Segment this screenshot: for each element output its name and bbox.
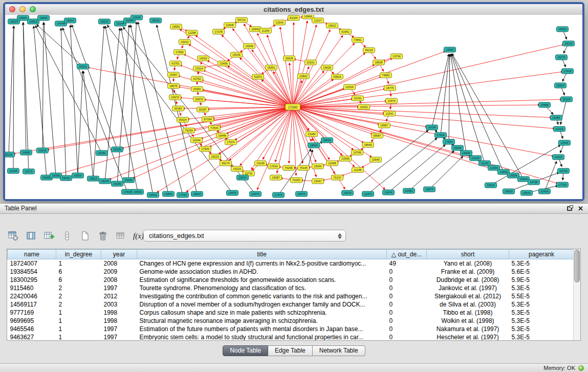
graph-node[interactable]: 19619 [485, 183, 497, 188]
graph-node[interactable]: 20673 [169, 95, 181, 100]
graph-node[interactable]: 99997 [371, 133, 383, 139]
graph-node[interactable]: 11254 [259, 28, 272, 34]
graph-node[interactable]: 18319 [554, 83, 567, 89]
graph-node[interactable]: 16274 [555, 55, 568, 60]
graph-node[interactable]: 42751 [169, 61, 182, 67]
graph-node[interactable]: 15047 [312, 179, 324, 184]
graph-node[interactable]: 10903 [72, 173, 84, 179]
graph-node[interactable]: 17634 [268, 164, 280, 169]
graph-node[interactable]: 18604 [191, 191, 203, 197]
graph-node[interactable]: 10549 [369, 157, 382, 163]
graph-node[interactable]: 16649 [243, 43, 255, 49]
graph-node[interactable]: 17278 [212, 29, 225, 35]
graph-node[interactable]: 26205 [111, 147, 123, 152]
graph-node[interactable]: 15674 [236, 175, 249, 181]
graph-node[interactable]: 19444 [37, 15, 50, 21]
graph-node[interactable]: 18508 [373, 60, 385, 65]
graph-node[interactable]: 76259 [282, 165, 295, 171]
column-header[interactable]: in_degree [56, 250, 101, 259]
window-titlebar[interactable]: citations_edges.txt [5, 4, 582, 15]
close-panel-icon[interactable]: ✕ [578, 205, 583, 212]
graph-node[interactable]: 72544 [208, 125, 221, 131]
graph-node[interactable]: 15087 [270, 175, 282, 181]
show-columns-button[interactable] [24, 230, 38, 243]
graph-node[interactable]: 13474 [382, 190, 395, 195]
graph-node[interactable]: 16448 [216, 133, 228, 139]
graph-node[interactable]: 20424 [130, 15, 143, 20]
graph-node[interactable]: 17240 [285, 104, 300, 111]
graph-node[interactable]: 19534 [308, 143, 320, 148]
graph-node[interactable]: 18194 [149, 18, 162, 24]
graph-node[interactable]: 10219 [553, 126, 565, 132]
graph-node[interactable]: 16119 [560, 97, 573, 102]
graph-node[interactable]: 97334 [202, 117, 214, 122]
graph-node[interactable]: 19610 [326, 23, 338, 29]
graph-node[interactable]: 12448 [326, 161, 338, 166]
graph-node[interactable]: 36187 [197, 107, 209, 113]
delete-table-button[interactable] [96, 230, 110, 243]
graph-node[interactable]: 20685 [20, 150, 32, 156]
table-row[interactable]: 1456911722003Disruption of a novel membe… [8, 300, 574, 309]
graph-node[interactable]: 12374 [362, 191, 374, 197]
graph-node[interactable]: 99174 [220, 161, 232, 166]
graph-node[interactable]: 19691 [170, 24, 182, 30]
graph-node[interactable]: 76250 [290, 178, 302, 183]
column-header[interactable]: title [137, 250, 387, 259]
graph-node[interactable]: 16149 [254, 161, 267, 166]
graph-node[interactable]: 16024 [98, 19, 111, 25]
graph-node[interactable]: 18136 [230, 52, 243, 58]
graph-node[interactable]: 22406 [217, 61, 230, 67]
graph-node[interactable]: 19734 [390, 54, 403, 59]
graph-node[interactable]: 19274 [341, 190, 354, 196]
minimize-window-button[interactable] [19, 6, 26, 12]
graph-node[interactable]: 17474 [272, 192, 285, 198]
graph-node[interactable]: 14200 [197, 56, 209, 61]
graph-node[interactable]: 16162 [358, 104, 370, 110]
graph-node[interactable]: 10109 [7, 168, 19, 174]
graph-node[interactable]: 15958 [538, 102, 551, 108]
graph-node[interactable]: 18224 [99, 179, 111, 184]
graph-node[interactable]: 99324 [177, 117, 189, 123]
graph-node[interactable]: 10419 [538, 189, 551, 194]
graph-node[interactable]: 11573 [23, 169, 35, 174]
graph-node[interactable]: 18301 [265, 65, 277, 71]
graph-node[interactable]: 16738 [528, 180, 540, 185]
graph-node[interactable]: 22608 [224, 23, 236, 28]
graph-node[interactable]: 17419 [561, 69, 574, 74]
table-row[interactable]: 946554611997Estimation of the future num… [8, 325, 574, 333]
close-window-button[interactable] [9, 6, 15, 12]
graph-node[interactable]: 42752 [191, 76, 203, 82]
graph-node[interactable]: 12419 [558, 140, 571, 146]
graph-node[interactable]: 16084 [550, 115, 562, 121]
graph-node[interactable]: 19513 [87, 176, 99, 182]
graph-node[interactable]: 18775 [384, 85, 396, 91]
graph-node[interactable]: 81304 [288, 15, 300, 21]
tab-network-table[interactable]: Network Table [313, 345, 365, 356]
table-row[interactable]: 977716911998Corpus callosum shape and si… [8, 309, 574, 317]
graph-node[interactable]: 18223 [209, 154, 221, 160]
table-selector-dropdown[interactable]: citations_edges.txt [143, 230, 346, 242]
graph-node[interactable]: 17835 [173, 50, 186, 55]
zoom-window-button[interactable] [30, 6, 36, 12]
row-height-button[interactable] [60, 230, 74, 243]
graph-node[interactable]: 91870 [252, 74, 264, 80]
graph-node[interactable]: 16219 [231, 166, 243, 172]
graph-node[interactable]: 15842 [297, 74, 310, 79]
graph-node[interactable]: 17974 [225, 140, 237, 145]
graph-node[interactable]: 17704 [177, 192, 189, 198]
import-table-button[interactable] [114, 230, 127, 243]
graph-node[interactable]: 99103 [363, 48, 375, 53]
graph-node[interactable]: 74851 [352, 37, 364, 43]
table-row[interactable]: 1830029562008Estimation of significance … [8, 276, 574, 284]
graph-node[interactable]: 20336 [111, 181, 123, 187]
graph-node[interactable]: 10749 [351, 150, 363, 156]
column-header[interactable]: name [8, 250, 56, 259]
graph-node[interactable]: 12543 [273, 20, 286, 26]
graph-node[interactable]: 19219 [36, 148, 49, 154]
create-column-button[interactable] [42, 230, 56, 243]
graph-node[interactable]: 16504 [147, 192, 159, 198]
graph-node[interactable]: 12268 [186, 30, 198, 36]
table-row[interactable]: 2242004622012Investigating the contribut… [8, 292, 574, 300]
column-header[interactable]: pagerank [509, 250, 574, 259]
graph-node[interactable]: 30673 [193, 97, 205, 102]
